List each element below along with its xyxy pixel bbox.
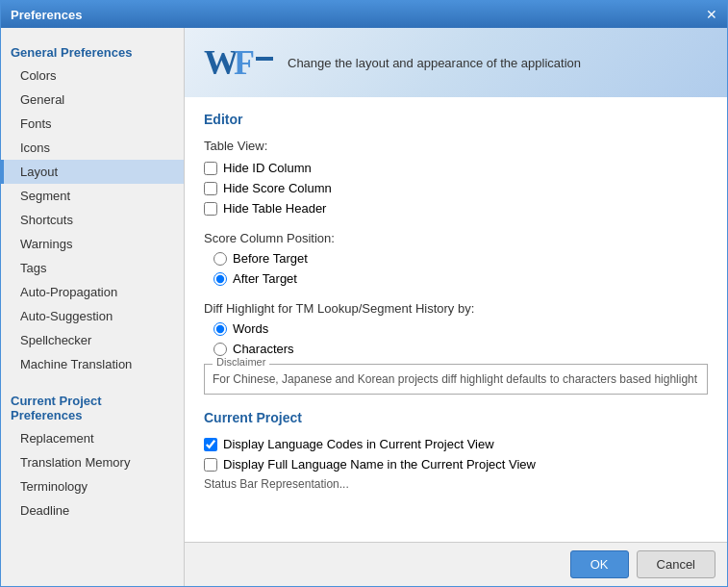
disclaimer-box: Disclaimer For Chinese, Japanese and Kor… xyxy=(204,364,708,395)
hide-score-column-group: Hide Score Column xyxy=(204,181,708,195)
current-project-preferences-title: Current Project Preferences xyxy=(1,386,184,426)
before-target-radio[interactable] xyxy=(213,252,227,266)
cancel-button[interactable]: Cancel xyxy=(637,550,715,578)
lang-codes-group: Display Language Codes in Current Projec… xyxy=(204,437,708,451)
characters-radio[interactable] xyxy=(213,343,227,356)
dialog-body: General Preferences Colors General Fonts… xyxy=(1,28,727,586)
characters-label: Characters xyxy=(233,342,294,356)
sidebar-item-auto-suggestion[interactable]: Auto-Suggestion xyxy=(1,304,184,328)
hide-id-column-label: Hide ID Column xyxy=(223,161,312,175)
words-radio[interactable] xyxy=(213,322,227,336)
sidebar-item-spellchecker[interactable]: Spellchecker xyxy=(1,328,184,352)
current-project-section: Current Project Display Language Codes i… xyxy=(204,410,708,491)
diff-highlight-label: Diff Highlight for TM Lookup/Segment His… xyxy=(204,301,708,316)
lang-codes-checkbox[interactable] xyxy=(204,438,217,451)
after-target-radio[interactable] xyxy=(213,272,227,286)
general-preferences-title: General Preferences xyxy=(1,38,184,64)
words-group: Words xyxy=(204,321,708,336)
score-position-label: Score Column Position: xyxy=(204,231,708,245)
current-project-title: Current Project xyxy=(204,410,708,425)
sidebar-item-auto-propagation[interactable]: Auto-Propagation xyxy=(1,280,184,304)
sidebar-item-icons[interactable]: Icons xyxy=(1,136,184,160)
sidebar-item-fonts[interactable]: Fonts xyxy=(1,112,184,136)
disclaimer-label: Disclaimer xyxy=(213,356,269,368)
main-content: WF Change the layout and appearance of t… xyxy=(185,28,727,586)
hide-table-header-checkbox[interactable] xyxy=(204,202,217,216)
hide-table-header-label: Hide Table Header xyxy=(223,201,326,216)
sidebar-item-colors[interactable]: Colors xyxy=(1,64,184,88)
editor-section-title: Editor xyxy=(204,112,708,127)
sidebar-item-machine-translation[interactable]: Machine Translation xyxy=(1,352,184,376)
dialog-footer: OK Cancel xyxy=(185,542,727,586)
sidebar-item-warnings[interactable]: Warnings xyxy=(1,232,184,256)
full-lang-group: Display Full Language Name in the Curren… xyxy=(204,457,708,472)
hide-id-column-checkbox[interactable] xyxy=(204,162,217,175)
sidebar-item-replacement[interactable]: Replacement xyxy=(1,426,184,450)
sidebar-item-terminology[interactable]: Terminology xyxy=(1,474,184,498)
lang-codes-label: Display Language Codes in Current Projec… xyxy=(223,437,494,451)
full-lang-checkbox[interactable] xyxy=(204,458,217,472)
content-area: Editor Table View: Hide ID Column Hide S… xyxy=(185,97,727,542)
status-bar-partial: Status Bar Representation... xyxy=(204,477,708,491)
hide-score-column-checkbox[interactable] xyxy=(204,182,217,195)
editor-section: Editor Table View: Hide ID Column Hide S… xyxy=(204,112,708,216)
header-banner: WF Change the layout and appearance of t… xyxy=(185,28,727,97)
sidebar-item-tags[interactable]: Tags xyxy=(1,256,184,280)
sidebar-item-deadline[interactable]: Deadline xyxy=(1,498,184,523)
full-lang-label: Display Full Language Name in the Curren… xyxy=(223,457,536,472)
app-logo: WF xyxy=(204,42,273,83)
after-target-label: After Target xyxy=(233,271,297,286)
close-button[interactable]: ✕ xyxy=(706,8,717,21)
sidebar-item-segment[interactable]: Segment xyxy=(1,184,184,208)
sidebar: General Preferences Colors General Fonts… xyxy=(1,28,185,586)
words-label: Words xyxy=(233,321,268,336)
sidebar-item-translation-memory[interactable]: Translation Memory xyxy=(1,450,184,474)
sidebar-item-general[interactable]: General xyxy=(1,88,184,112)
sidebar-item-layout[interactable]: Layout xyxy=(1,160,184,184)
before-target-label: Before Target xyxy=(233,251,308,266)
title-bar: Preferences ✕ xyxy=(1,1,727,28)
table-view-label: Table View: xyxy=(204,139,708,153)
diff-highlight-section: Diff Highlight for TM Lookup/Segment His… xyxy=(204,301,708,395)
preferences-dialog: Preferences ✕ General Preferences Colors… xyxy=(0,0,728,587)
ok-button[interactable]: OK xyxy=(570,550,629,578)
header-description: Change the layout and appearance of the … xyxy=(288,56,581,70)
before-target-group: Before Target xyxy=(204,251,708,266)
hide-score-column-label: Hide Score Column xyxy=(223,181,332,195)
hide-id-column-group: Hide ID Column xyxy=(204,161,708,175)
score-position-section: Score Column Position: Before Target Aft… xyxy=(204,231,708,286)
after-target-group: After Target xyxy=(204,271,708,286)
dialog-title: Preferences xyxy=(11,8,82,22)
disclaimer-text: For Chinese, Japanese and Korean project… xyxy=(213,372,697,386)
characters-group: Characters xyxy=(204,342,708,356)
hide-table-header-group: Hide Table Header xyxy=(204,201,708,216)
sidebar-item-shortcuts[interactable]: Shortcuts xyxy=(1,208,184,232)
